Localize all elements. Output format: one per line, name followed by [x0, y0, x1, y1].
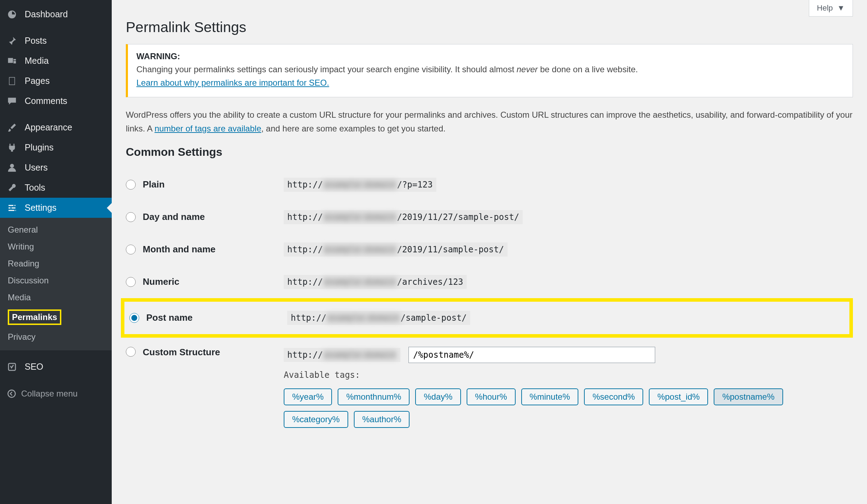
option-example: http://example-domain/2019/11/27/sample-… — [284, 210, 853, 224]
option-example: http://example-domain/sample-post/ — [287, 311, 844, 325]
option-label: Custom Structure — [143, 347, 284, 358]
option-month-name: Month and name http://example-domain/201… — [126, 233, 853, 266]
warning-text: Changing your permalinks settings can se… — [136, 63, 844, 90]
wrench-icon — [7, 183, 20, 193]
custom-structure-input[interactable] — [408, 347, 655, 363]
comment-icon — [7, 96, 20, 106]
sidebar-item-label: SEO — [25, 362, 43, 372]
admin-sidebar: Dashboard Posts Media Pages Comments App… — [0, 0, 112, 504]
plug-icon — [7, 143, 20, 153]
dashboard-icon — [7, 10, 20, 19]
sidebar-item-label: Tools — [25, 183, 45, 193]
submenu-item-privacy[interactable]: Privacy — [0, 328, 112, 345]
submenu-item-writing[interactable]: Writing — [0, 238, 112, 255]
option-label: Month and name — [143, 244, 284, 255]
sidebar-item-plugins[interactable]: Plugins — [0, 137, 112, 158]
warning-label: WARNING: — [136, 51, 844, 61]
user-icon — [7, 163, 20, 173]
radio-post-name[interactable] — [129, 313, 139, 323]
main-content: Help ▼ Permalink Settings WARNING: Chang… — [112, 0, 867, 504]
collapse-menu[interactable]: Collapse menu — [0, 383, 112, 404]
sliders-icon — [7, 203, 20, 213]
sidebar-item-label: Posts — [25, 36, 47, 46]
option-custom: Custom Structure http://example-domain A… — [126, 338, 853, 431]
radio-day-name[interactable] — [126, 212, 136, 222]
chevron-down-icon: ▼ — [837, 4, 845, 12]
sidebar-item-dashboard[interactable]: Dashboard — [0, 4, 112, 24]
tag-post-id[interactable]: %post_id% — [649, 388, 708, 405]
option-label: Numeric — [143, 276, 284, 287]
sidebar-item-label: Appearance — [25, 122, 72, 133]
warning-link[interactable]: Learn about why permalinks are important… — [136, 78, 329, 87]
tag-minute[interactable]: %minute% — [521, 388, 579, 405]
settings-submenu: General Writing Reading Discussion Media… — [0, 218, 112, 350]
option-example: http://example-domain/?p=123 — [284, 178, 853, 192]
tag-category[interactable]: %category% — [284, 411, 348, 428]
tags-row: %year% %monthnum% %day% %hour% %minute% … — [284, 388, 853, 428]
pin-icon — [7, 36, 20, 46]
svg-point-0 — [10, 164, 14, 167]
option-label: Post name — [146, 312, 287, 323]
sidebar-item-label: Dashboard — [25, 9, 68, 19]
sidebar-item-comments[interactable]: Comments — [0, 91, 112, 111]
intro-link[interactable]: number of tags are available — [154, 124, 261, 133]
sidebar-item-tools[interactable]: Tools — [0, 178, 112, 198]
option-plain: Plain http://example-domain/?p=123 — [126, 168, 853, 201]
radio-custom[interactable] — [126, 347, 136, 357]
tag-year[interactable]: %year% — [284, 388, 332, 405]
submenu-item-permalinks[interactable]: Permalinks — [0, 306, 112, 328]
available-tags-label: Available tags: — [284, 370, 853, 380]
option-example: http://example-domain/archives/123 — [284, 275, 853, 289]
radio-numeric[interactable] — [126, 277, 136, 287]
option-example: http://example-domain/2019/11/sample-pos… — [284, 242, 853, 257]
svg-point-2 — [8, 390, 16, 398]
tag-hour[interactable]: %hour% — [467, 388, 516, 405]
option-numeric: Numeric http://example-domain/archives/1… — [126, 266, 853, 298]
sidebar-item-label: Media — [25, 56, 49, 66]
tag-monthnum[interactable]: %monthnum% — [338, 388, 410, 405]
sidebar-item-label: Users — [25, 162, 48, 173]
help-tab[interactable]: Help ▼ — [809, 0, 853, 17]
tag-second[interactable]: %second% — [584, 388, 643, 405]
sidebar-item-seo[interactable]: SEO — [0, 357, 112, 377]
page-icon — [7, 76, 20, 86]
sidebar-item-pages[interactable]: Pages — [0, 71, 112, 91]
radio-plain[interactable] — [126, 180, 136, 190]
sidebar-item-media[interactable]: Media — [0, 51, 112, 71]
option-day-name: Day and name http://example-domain/2019/… — [126, 201, 853, 233]
option-post-name: Post name http://example-domain/sample-p… — [121, 298, 853, 338]
media-icon — [7, 56, 20, 66]
submenu-item-reading[interactable]: Reading — [0, 255, 112, 272]
sidebar-item-appearance[interactable]: Appearance — [0, 117, 112, 137]
page-title: Permalink Settings — [126, 19, 853, 36]
seo-icon — [7, 362, 20, 372]
sidebar-item-label: Comments — [25, 96, 67, 106]
option-label: Day and name — [143, 211, 284, 222]
tag-day[interactable]: %day% — [415, 388, 461, 405]
submenu-item-media[interactable]: Media — [0, 289, 112, 306]
collapse-icon — [7, 389, 16, 398]
submenu-item-discussion[interactable]: Discussion — [0, 272, 112, 289]
warning-notice: WARNING: Changing your permalinks settin… — [126, 44, 853, 97]
sidebar-item-posts[interactable]: Posts — [0, 31, 112, 51]
sidebar-item-label: Settings — [25, 203, 56, 213]
brush-icon — [7, 123, 20, 133]
help-label: Help — [817, 4, 833, 12]
tag-postname[interactable]: %postname% — [714, 388, 783, 405]
permalink-options: Plain http://example-domain/?p=123 Day a… — [126, 168, 853, 431]
option-label: Plain — [143, 179, 284, 190]
submenu-item-general[interactable]: General — [0, 221, 112, 238]
intro-text: WordPress offers you the ability to crea… — [126, 108, 853, 136]
sidebar-item-users[interactable]: Users — [0, 158, 112, 178]
tag-author[interactable]: %author% — [354, 411, 410, 428]
sidebar-item-label: Pages — [25, 76, 50, 86]
sidebar-item-label: Plugins — [25, 142, 54, 153]
collapse-label: Collapse menu — [21, 389, 78, 399]
radio-month-name[interactable] — [126, 245, 136, 254]
common-settings-title: Common Settings — [126, 146, 853, 159]
custom-structure-field: http://example-domain Available tags: %y… — [284, 347, 853, 428]
sidebar-item-settings[interactable]: Settings — [0, 198, 112, 218]
